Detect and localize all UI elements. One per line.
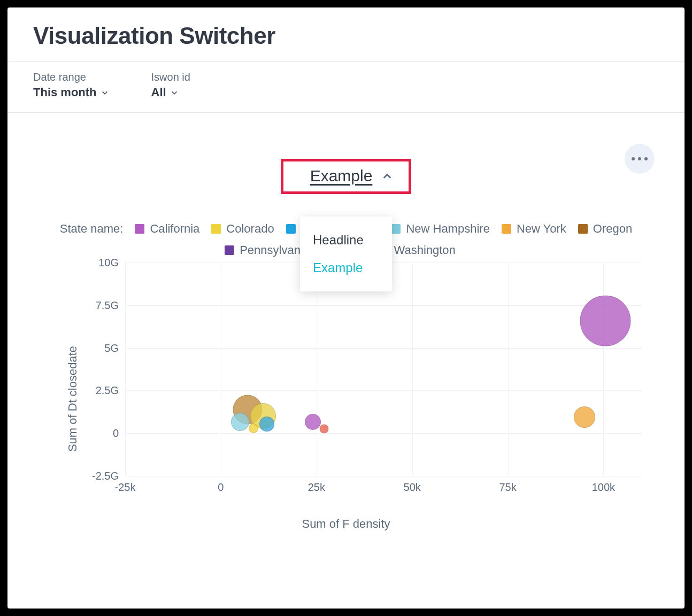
filter-date-range: Date range This month — [33, 71, 109, 99]
x-tick-label: 25k — [308, 481, 325, 494]
ellipsis-icon — [644, 157, 648, 160]
chevron-down-icon — [101, 89, 109, 96]
filter-iswon-id: Iswon id All — [151, 71, 190, 99]
switcher-dropdown: Headline Example — [300, 217, 392, 291]
bubble-texas[interactable] — [320, 425, 329, 434]
bubble-new-york[interactable] — [574, 406, 595, 428]
gridline — [508, 263, 509, 476]
y-tick-label: 0 — [76, 427, 119, 440]
legend-swatch — [502, 224, 511, 234]
plot-area: -2.5G02.5G5G7.5G10G-25k025k50k75k100k — [125, 263, 642, 476]
legend-item[interactable]: New York — [502, 222, 566, 236]
gridline — [412, 263, 413, 476]
legend-item[interactable]: Colorado — [211, 222, 274, 236]
header: Visualization Switcher — [7, 7, 685, 61]
legend-label: Oregon — [593, 222, 632, 236]
gridline — [125, 305, 642, 306]
gridline — [125, 390, 642, 391]
filter-value-text: This month — [33, 86, 97, 99]
filter-bar: Date range This month Iswon id All — [7, 61, 685, 113]
legend-item[interactable]: Pennsylvania — [225, 243, 310, 257]
switcher-trigger[interactable]: Example — [310, 167, 373, 185]
gridline — [221, 263, 221, 476]
legend-swatch — [225, 245, 234, 255]
filter-label: Iswon id — [151, 71, 190, 83]
filter-label: Date range — [33, 71, 109, 83]
legend-swatch — [286, 224, 296, 234]
bubble-california[interactable] — [580, 295, 631, 346]
filter-value-text: All — [151, 86, 166, 99]
gridline — [125, 348, 642, 349]
bubble-new-hampshire[interactable] — [231, 413, 249, 431]
legend-label: New Hampshire — [406, 222, 490, 236]
bubble-california_b[interactable] — [305, 414, 321, 430]
chart-card: Example Headline Example State name: Cal… — [7, 113, 685, 535]
legend-label: Colorado — [226, 222, 274, 236]
legend-title: State name: — [60, 222, 124, 236]
x-axis-label: Sum of F density — [34, 517, 658, 531]
x-tick-label: 0 — [218, 481, 224, 494]
switcher-option-example[interactable]: Example — [300, 254, 392, 282]
chevron-up-icon — [382, 171, 393, 181]
gridline — [125, 433, 642, 434]
legend-item[interactable]: California — [135, 222, 199, 236]
y-tick-label: 2.5G — [76, 384, 119, 397]
bubble-colorado[interactable] — [249, 424, 258, 433]
legend-swatch — [578, 224, 588, 234]
gridline — [125, 476, 642, 476]
y-tick-label: -2.5G — [76, 470, 119, 482]
x-tick-label: 100k — [592, 481, 615, 494]
legend-label: New York — [517, 222, 566, 236]
visualization-switcher: Example — [7, 159, 685, 194]
filter-value-iswon-id[interactable]: All — [151, 86, 190, 99]
page-title: Visualization Switcher — [33, 22, 659, 49]
legend-item[interactable]: New Hampshire — [391, 222, 490, 236]
switcher-highlight-box: Example — [281, 159, 412, 194]
bubble-massachusetts[interactable] — [259, 417, 274, 432]
gridline — [317, 263, 317, 476]
more-options-button[interactable] — [625, 144, 655, 174]
legend-label: California — [150, 222, 199, 236]
filter-value-date-range[interactable]: This month — [33, 86, 109, 99]
y-tick-label: 7.5G — [76, 299, 119, 311]
ellipsis-icon — [638, 157, 641, 160]
legend-item[interactable]: Oregon — [578, 222, 632, 236]
legend-swatch — [211, 224, 221, 234]
switcher-option-headline[interactable]: Headline — [300, 226, 392, 254]
gridline — [603, 263, 604, 476]
bubble-chart: Sum of Dt closedate -2.5G02.5G5G7.5G10G-… — [34, 263, 658, 535]
app-frame: Visualization Switcher Date range This m… — [7, 7, 685, 609]
legend-swatch — [391, 224, 401, 234]
x-tick-label: -25k — [115, 481, 136, 494]
legend-label: Washington — [394, 243, 455, 257]
y-tick-label: 5G — [76, 342, 119, 354]
chevron-down-icon — [171, 89, 178, 96]
x-tick-label: 75k — [499, 481, 516, 494]
y-tick-label: 10G — [76, 257, 119, 269]
legend-label: Pennsylvania — [240, 243, 310, 257]
legend-swatch — [135, 224, 144, 234]
ellipsis-icon — [632, 157, 635, 160]
gridline — [125, 263, 126, 476]
x-tick-label: 50k — [404, 481, 421, 494]
